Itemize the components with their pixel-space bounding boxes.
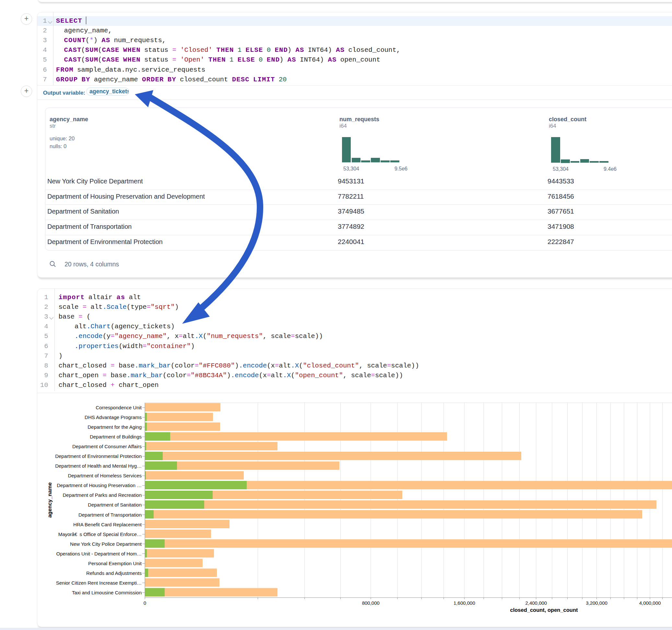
svg-text:800,000: 800,000 — [362, 600, 380, 606]
svg-text:New York City Police Departmen: New York City Police Department — [70, 541, 142, 547]
svg-text:0: 0 — [144, 600, 146, 606]
svg-text:agency_name: agency_name — [47, 482, 52, 517]
svg-text:Department of Parks and Recrea: Department of Parks and Recreation — [63, 492, 142, 498]
svg-text:Department of Consumer Affairs: Department of Consumer Affairs — [72, 444, 142, 449]
svg-text:Department of Homeless Service: Department of Homeless Services — [68, 473, 142, 478]
svg-text:Department of Housing Preserva: Department of Housing Preservation … — [57, 483, 142, 488]
svg-text:1,600,000: 1,600,000 — [454, 600, 475, 606]
svg-text:Department for the Aging: Department for the Aging — [88, 424, 142, 430]
svg-text:Taxi and Limousine Commission: Taxi and Limousine Commission — [72, 590, 142, 595]
svg-text:Senior Citizen Rent Increase E: Senior Citizen Rent Increase Exempti… — [56, 580, 142, 586]
svg-text:Department of Environmental Pr: Department of Environmental Protection — [55, 453, 142, 459]
svg-text:Department of Health and Menta: Department of Health and Mental Hyg… — [55, 463, 142, 468]
svg-text:4,000,000: 4,000,000 — [639, 600, 661, 606]
svg-text:Operations Unit - Department o: Operations Unit - Department of Hom… — [56, 551, 142, 556]
svg-text:HRA Benefit Card Replacement: HRA Benefit Card Replacement — [73, 522, 142, 527]
svg-text:Department of Transportation: Department of Transportation — [78, 512, 142, 517]
svg-text:Refunds and Adjustments: Refunds and Adjustments — [86, 571, 142, 576]
svg-text:2,400,000: 2,400,000 — [525, 600, 547, 606]
svg-text:Personal Exemption Unit: Personal Exemption Unit — [88, 561, 142, 566]
svg-text:Department of Buildings: Department of Buildings — [90, 434, 142, 439]
svg-text:Correspondence Unit: Correspondence Unit — [96, 405, 142, 410]
svg-text:3,200,000: 3,200,000 — [586, 600, 607, 606]
svg-text:Mayorâ€ s Office of Special En: Mayorâ€ s Office of Special Enforce… — [58, 532, 142, 537]
svg-text:Department of Sanitation: Department of Sanitation — [88, 502, 142, 508]
svg-text:DHS Advantage Programs: DHS Advantage Programs — [85, 414, 142, 420]
svg-text:closed_count, open_count: closed_count, open_count — [510, 607, 578, 613]
